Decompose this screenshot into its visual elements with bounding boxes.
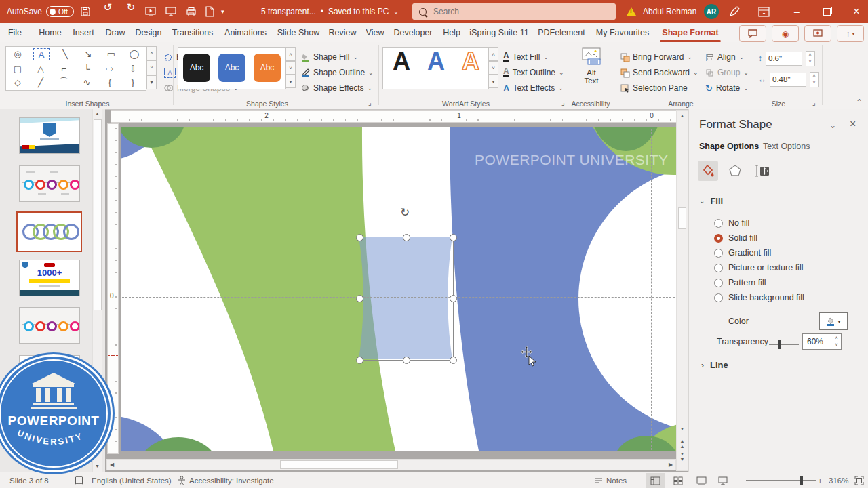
shape-elbow-icon[interactable]: ⌐ [52,62,75,75]
radio-slide-background-fill[interactable] [714,293,723,302]
radio-pattern-fill[interactable] [714,279,723,287]
tab-review[interactable]: Review [329,23,357,42]
qat-more-button[interactable]: ▾ [221,0,224,23]
canvas-scroll-down-icon[interactable]: ▼ [677,426,688,431]
shape-triangle-icon[interactable]: △ [29,62,52,75]
redo-button[interactable]: ↻ [123,0,138,15]
document-title[interactable]: 5 transparent... • Saved to this PC ⌄ [261,0,399,23]
warning-indicator[interactable]: ! [627,0,636,23]
present-button[interactable] [165,0,176,23]
tab-draw[interactable]: Draw [105,23,125,42]
shape-style-swatch-blue[interactable]: Abc [218,54,245,82]
height-spinner[interactable]: ˄˅ [806,51,815,66]
shape-styles-dialog-launcher[interactable]: ⌟ [368,99,372,106]
shape-width-field[interactable]: ↔ ˄˅ [758,73,819,86]
tab-slide-show[interactable]: Slide Show [277,23,320,42]
spin-down-icon[interactable]: ˅ [810,79,818,87]
height-input[interactable] [766,52,802,66]
width-input[interactable] [770,73,806,87]
tab-animations[interactable]: Animations [224,23,267,42]
h-scroll-thumb[interactable] [280,460,398,469]
resize-handle-w[interactable] [356,295,363,302]
line-section-header[interactable]: › Line [701,360,728,370]
resize-handle-e[interactable] [450,295,457,302]
radio-gradient-fill[interactable] [714,249,723,258]
close-button[interactable]: × [846,0,867,23]
tab-developer[interactable]: Developer [394,23,433,42]
inking-button[interactable] [728,0,741,23]
wordart-scroll-down-icon[interactable]: ˅ [488,61,498,75]
zoom-slider-thumb[interactable] [800,476,803,485]
slide-thumbnail-3-selected[interactable] [16,211,82,252]
tab-my-favourites[interactable]: My Favourites [596,23,650,42]
shape-arc-icon[interactable]: ⌒ [52,75,75,89]
autosave-toggle[interactable]: AutoSave Off [7,0,74,23]
text-effects-button[interactable]: A Text Effects⌄ [503,81,564,95]
undo-button[interactable]: ↺ [100,0,115,15]
spellcheck-button[interactable] [75,472,83,488]
solid-fill-label[interactable]: Solid fill [728,233,757,243]
wordart-dialog-launcher[interactable]: ⌟ [561,99,565,106]
shape-right-brace-icon[interactable]: } [121,75,144,89]
shape-gallery-scrollbar[interactable]: ˄ ˅ ▾ [146,46,157,89]
shape-curve-icon[interactable]: ∿ [75,75,98,89]
slide-background-fill-label[interactable]: Slide background fill [728,293,804,302]
shape-left-brace-icon[interactable]: { [98,75,121,89]
resize-handle-sw[interactable] [356,357,363,364]
wordart-more-icon[interactable]: ▾ [488,75,498,88]
spin-up-icon[interactable]: ˄ [810,73,818,80]
slide-indicator[interactable]: Slide 3 of 8 [9,472,49,488]
new-document-button[interactable] [205,0,214,23]
shape-outline-button[interactable]: Shape Outline⌄ [301,66,374,79]
bring-forward-button[interactable]: Bring Forward⌄ [620,50,692,64]
rotate-handle-icon[interactable]: ↻ [400,205,410,220]
styles-scroll-down-icon[interactable]: ˅ [285,61,296,75]
slide-thumbnail-4[interactable]: 1000+ [19,260,80,296]
zoom-slider-track[interactable] [746,480,816,481]
shape-right-arrow-icon[interactable]: ⇨ [98,62,121,75]
start-slideshow-button[interactable] [145,0,156,23]
canvas-horizontal-scrollbar[interactable]: ◀ ▶ [106,459,676,470]
tab-ispring[interactable]: iSpring Suite 11 [469,23,528,42]
shape-rounded-rect-icon[interactable]: ▢ [6,62,29,75]
styles-more-icon[interactable]: ▾ [285,75,296,88]
rotate-button[interactable]: ↻ Rotate⌄ [705,81,749,95]
tab-insert[interactable]: Insert [73,23,94,42]
send-backward-button[interactable]: Send Backward⌄ [620,66,698,79]
group-button[interactable]: Group⌄ [705,66,749,79]
notes-button[interactable]: Notes [594,472,627,488]
gallery-scroll-down-icon[interactable]: ˅ [146,60,157,75]
fill-line-category-button[interactable] [698,161,718,181]
resize-handle-n[interactable] [403,234,410,241]
tab-view[interactable]: View [366,23,384,42]
account-avatar[interactable]: AR [704,0,719,23]
shape-effects-button[interactable]: Shape Effects⌄ [301,81,372,95]
present-in-teams-button[interactable] [804,25,831,42]
shape-style-swatch-orange[interactable]: Abc [254,54,281,82]
canvas-vertical-scrollbar[interactable]: ▲ ▼ ▲ ▲ ▼ ▼ [676,110,688,471]
transparency-slider-thumb[interactable] [778,340,781,349]
shape-gallery[interactable]: ◎A╲↘▭◯ ▢△⌐└⇨⇩ ◇╱⌒∿{} [5,46,146,91]
wordart-style-black[interactable]: A [384,47,419,76]
shape-oval-icon[interactable]: ◯ [123,47,146,60]
no-fill-label[interactable]: No fill [728,218,749,228]
gradient-fill-label[interactable]: Gradient fill [728,248,771,258]
tab-text-options[interactable]: Text Options [763,142,810,151]
shape-textbox-icon[interactable]: A [33,48,50,60]
shape-elbow-arrow-icon[interactable]: └ [75,62,98,75]
restore-button[interactable] [816,0,837,23]
language-button[interactable]: English (United States) [92,472,172,488]
shape-arrow-line-icon[interactable]: ↘ [77,47,100,60]
text-outline-button[interactable]: A Text Outline⌄ [503,66,564,79]
shape-rectangle-icon[interactable]: ▭ [100,47,123,60]
width-spinner[interactable]: ˄˅ [810,72,819,87]
transparency-slider-track[interactable] [769,344,799,345]
resize-handle-nw[interactable] [356,234,363,241]
canvas-scroll-left-icon[interactable]: ◀ [107,462,117,468]
slide-thumbnail-5[interactable] [19,307,80,344]
canvas-scroll-thumb[interactable] [678,207,686,229]
slide-thumbnail-2[interactable] [19,165,80,202]
fit-to-window-button[interactable] [854,472,864,488]
tab-home[interactable]: Home [39,23,61,42]
save-button[interactable] [80,0,91,23]
